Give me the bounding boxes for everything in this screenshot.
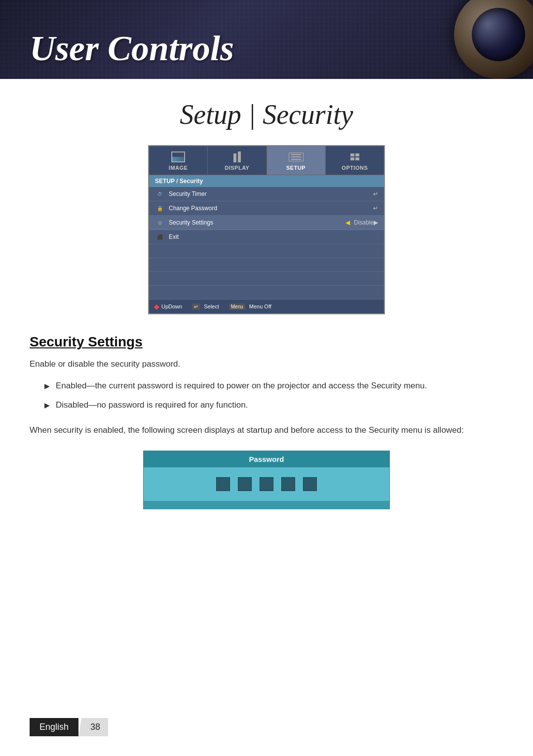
password-dot-5 [303, 477, 317, 491]
bullet-arrow-1: ▶ [44, 381, 50, 391]
osd-menu: IMAGE DISPLAY SETUP [148, 145, 385, 314]
security-settings-icon: ⊙ [155, 219, 165, 227]
password-footer-bar [144, 501, 389, 509]
password-dot-1 [216, 477, 230, 491]
menu-row-exit[interactable]: ⬛ Exit [149, 230, 384, 244]
menu-row-security-settings[interactable]: ⊙ Security Settings ◀ Disable ▶ [149, 216, 384, 230]
bullet-arrow-2: ▶ [44, 400, 50, 411]
section-note: When security is enabled, the following … [30, 423, 503, 437]
updown-arrow-icon: ◆ [154, 302, 159, 310]
language-label: English [39, 722, 69, 732]
header-area: User Controls [0, 0, 533, 79]
security-settings-label: Security Settings [169, 219, 342, 226]
page-footer: English 38 [0, 718, 533, 736]
status-select: ↵ Select [192, 303, 219, 310]
password-screen-mockup: Password [143, 451, 390, 509]
page-title: User Controls [30, 28, 234, 69]
menu-off-icon: Menu [229, 303, 245, 310]
page-number-badge: 38 [78, 718, 108, 736]
display-tab-icon [229, 150, 245, 164]
tab-display-label: DISPLAY [225, 165, 249, 171]
language-badge: English [30, 718, 78, 736]
menu-breadcrumb: SETUP / Security [149, 175, 384, 187]
tab-options[interactable]: OPTIONS [326, 146, 384, 175]
bullet-text-disabled: Disabled—no password is required for any… [56, 399, 248, 412]
tab-image-label: IMAGE [169, 165, 188, 171]
security-settings-heading: Security Settings [30, 334, 503, 350]
password-dot-4 [281, 477, 295, 491]
password-dots-area [144, 467, 389, 501]
security-settings-intro: Enable or disable the security password. [30, 358, 503, 371]
status-updown: ◆ UpDown [154, 302, 182, 310]
security-timer-arrow: ↵ [373, 190, 378, 197]
security-timer-icon: ⏱ [155, 190, 165, 198]
status-menu-off: Menu Menu Off [229, 303, 271, 310]
select-label: Select [204, 303, 219, 309]
menu-empty-1 [149, 244, 384, 258]
bullet-text-enabled: Enabled—the current password is required… [56, 379, 427, 392]
exit-icon: ⬛ [155, 233, 165, 241]
tab-display[interactable]: DISPLAY [208, 146, 266, 175]
menu-status-bar: ◆ UpDown ↵ Select Menu Menu Off [149, 300, 384, 313]
image-tab-icon [170, 150, 186, 164]
tab-options-label: OPTIONS [342, 165, 368, 171]
exit-label: Exit [169, 233, 378, 240]
tab-image[interactable]: IMAGE [149, 146, 208, 175]
tab-setup-label: SETUP [286, 165, 305, 171]
menu-off-label: Menu Off [249, 303, 271, 309]
menu-empty-3 [149, 272, 384, 286]
select-icon: ↵ [192, 303, 200, 310]
change-password-label: Change Password [169, 205, 373, 212]
menu-empty-2 [149, 258, 384, 272]
options-tab-icon [347, 150, 363, 164]
change-password-arrow: ↵ [373, 205, 378, 212]
bullet-item-enabled: ▶ Enabled—the current password is requir… [44, 379, 503, 392]
menu-row-security-timer[interactable]: ⏱ Security Timer ↵ [149, 187, 384, 201]
updown-label: UpDown [161, 303, 182, 309]
security-settings-current: Disable [354, 219, 374, 226]
menu-tabs-row: IMAGE DISPLAY SETUP [149, 146, 384, 175]
password-dot-2 [238, 477, 252, 491]
password-dot-3 [260, 477, 273, 491]
change-password-icon: 🔒 [155, 204, 165, 212]
password-header: Password [144, 451, 389, 467]
tab-setup[interactable]: SETUP [267, 146, 326, 175]
setup-tab-icon [288, 150, 304, 164]
bullet-item-disabled: ▶ Disabled—no password is required for a… [44, 399, 503, 412]
camera-lens-decoration [454, 0, 533, 79]
menu-row-change-password[interactable]: 🔒 Change Password ↵ [149, 201, 384, 216]
bullet-list: ▶ Enabled—the current password is requir… [44, 379, 503, 412]
main-content: Setup | Security IMAGE DISPLAY [0, 79, 533, 529]
security-timer-label: Security Timer [169, 190, 373, 197]
page-number: 38 [90, 722, 100, 732]
menu-empty-4 [149, 286, 384, 300]
security-settings-right-arrow: ▶ [374, 219, 378, 226]
security-settings-value: ◀ [345, 219, 350, 226]
setup-security-subtitle: Setup | Security [30, 99, 503, 130]
